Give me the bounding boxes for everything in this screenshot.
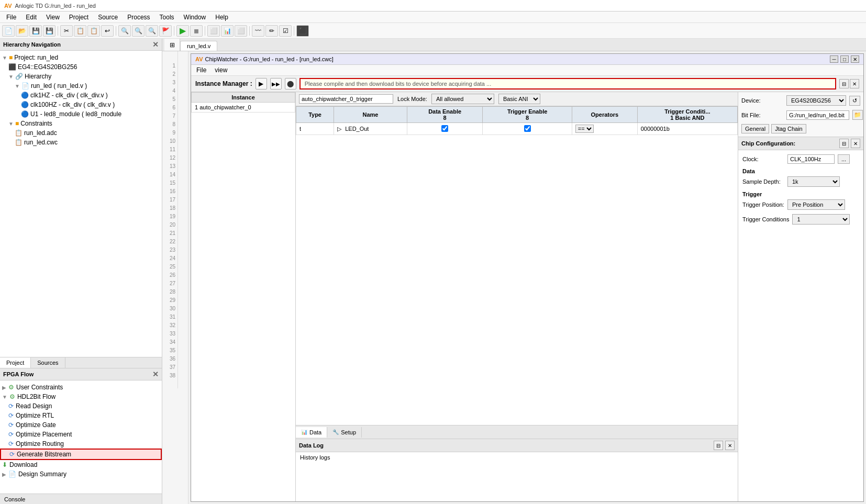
toolbar-search2[interactable]: 🔍 <box>132 25 145 37</box>
tree-constraints[interactable]: ▼ ■ Constraints <box>0 119 162 128</box>
fpga-download[interactable]: ⬇ Download <box>0 460 162 469</box>
tree-cwc[interactable]: 📋 run_led.cwc <box>0 138 162 147</box>
sig-expand-icon[interactable]: ▷ <box>337 126 341 132</box>
device-select[interactable]: EG4S20BG256 <box>786 95 846 106</box>
toolbar-sim2[interactable]: 📊 <box>221 25 234 37</box>
menu-tools[interactable]: Tools <box>156 13 179 22</box>
clock-browse-btn[interactable]: ... <box>838 154 850 164</box>
tab-project[interactable]: Project <box>0 357 31 368</box>
cw-maximize-btn[interactable]: □ <box>840 55 849 63</box>
fpga-optimize-rtl[interactable]: ⟳ Optimize RTL <box>0 411 162 420</box>
toolbar-check[interactable]: ☑ <box>279 25 292 37</box>
clock-input[interactable] <box>787 154 835 164</box>
tab-run-led-v[interactable]: run_led.v <box>180 41 217 51</box>
device-refresh-btn[interactable]: ↺ <box>849 96 860 106</box>
toolbar-sim3[interactable]: ⬜ <box>235 25 247 37</box>
im-close2-btn[interactable]: ✕ <box>850 79 859 88</box>
tree-adc[interactable]: 📋 run_led.adc <box>0 128 162 138</box>
fpga-read-design[interactable]: ⟳ Read Design <box>0 401 162 411</box>
toolbar-edit[interactable]: ✏ <box>265 25 278 37</box>
toolbar-save-all[interactable]: 💾 <box>43 25 55 37</box>
general-tab-btn[interactable]: General <box>741 124 769 133</box>
fpga-user-constraints[interactable]: ▶ ⚙ User Constraints <box>0 383 162 392</box>
toolbar-search3[interactable]: 🔍 <box>146 25 158 37</box>
menu-project[interactable]: Project <box>65 13 93 22</box>
toolbar-open[interactable]: 📂 <box>16 25 28 37</box>
im-play-btn[interactable]: ▶ <box>256 78 267 89</box>
im-play-play-btn[interactable]: ▶▶ <box>270 78 282 89</box>
im-restore-btn[interactable]: ⊟ <box>839 79 849 88</box>
cw-menu-view[interactable]: view <box>213 66 229 74</box>
toolbar-cut[interactable]: ✂ <box>60 25 73 37</box>
basic-and-select[interactable]: Basic ANI <box>498 94 540 104</box>
cc-close-btn[interactable]: ✕ <box>851 139 860 148</box>
sample-depth-select[interactable]: 1k <box>787 176 840 187</box>
tree-clk100hz[interactable]: 🔵 clk100HZ - clk_div ( clk_div.v ) <box>0 100 162 109</box>
instance-row-1[interactable]: 1 auto_chipwatcher_0 <box>192 103 295 113</box>
lock-mode-select[interactable]: All allowed <box>431 94 494 104</box>
menu-help[interactable]: Help <box>211 13 232 22</box>
fpga-optimize-placement[interactable]: ⟳ Optimize Placement <box>0 430 162 439</box>
cw-close-btn[interactable]: ✕ <box>851 55 859 63</box>
tree-project-root[interactable]: ▼ ■ Project: run_led <box>0 53 162 62</box>
hierarchy-nav-close[interactable]: ✕ <box>152 40 159 49</box>
im-stop-btn[interactable]: ⬤ <box>285 78 296 89</box>
fpga-hdl2bit[interactable]: ▼ ⚙ HDL2Bit Flow <box>0 392 162 401</box>
bitfile-browse-btn[interactable]: 📁 <box>852 110 863 120</box>
data-enable-checkbox[interactable] <box>441 125 448 132</box>
bitfile-input[interactable] <box>786 110 849 120</box>
trigger-position-select[interactable]: Pre Position <box>787 199 845 210</box>
cw-minimize-btn[interactable]: ─ <box>830 55 838 63</box>
menu-file[interactable]: File <box>2 13 20 22</box>
tree-u1[interactable]: 🔵 U1 - led8_module ( led8_module <box>0 109 162 119</box>
fpga-flow-close[interactable]: ✕ <box>152 370 159 378</box>
tab-data[interactable]: 📊 Data <box>296 427 327 438</box>
toolbar-copy[interactable]: 📋 <box>74 25 86 37</box>
toolbar-undo[interactable]: ↩ <box>101 25 114 37</box>
data-log-restore[interactable]: ⊟ <box>714 441 723 450</box>
menu-source[interactable]: Source <box>94 13 122 22</box>
fpga-generate-bitstream[interactable]: ⟳ Generate Bitstream <box>0 449 162 460</box>
toolbar-sim1[interactable]: ⬜ <box>207 25 220 37</box>
menu-edit[interactable]: Edit <box>21 13 41 22</box>
sig-trigger-cond-1[interactable]: 00000001b <box>637 123 737 135</box>
data-log-close[interactable]: ✕ <box>725 441 735 450</box>
toolbar-save[interactable]: 💾 <box>29 25 42 37</box>
data-log-controls: ⊟ ✕ <box>714 441 735 450</box>
fpga-optimize-gate[interactable]: ⟳ Optimize Gate <box>0 420 162 430</box>
trigger-enable-checkbox[interactable] <box>524 125 531 132</box>
fpga-optimize-routing[interactable]: ⟳ Optimize Routing <box>0 439 162 449</box>
tree-clk1hz[interactable]: 🔵 clk1HZ - clk_div ( clk_div.v ) <box>0 91 162 100</box>
toolbar-wave[interactable]: 〰 <box>252 25 264 37</box>
sidebar-toggle[interactable]: ⊞ <box>164 39 180 51</box>
toolbar-run[interactable]: ▶ <box>176 25 189 37</box>
tree-run-led[interactable]: ▼ 📄 run_led ( run_led.v ) <box>0 81 162 91</box>
cc-restore-btn[interactable]: ⊟ <box>839 139 849 148</box>
fpga-label-oroute: Optimize Routing <box>16 440 64 447</box>
sig-data-enable-1[interactable] <box>407 123 483 135</box>
menu-view[interactable]: View <box>42 13 64 22</box>
toolbar-paste[interactable]: 📋 <box>87 25 100 37</box>
tree-hierarchy[interactable]: ▼ 🔗 Hierarchy <box>0 72 162 81</box>
tab-setup[interactable]: 🔧 Setup <box>327 427 362 438</box>
trigger-conditions-row: Trigger Conditions 1 <box>742 214 859 225</box>
cw-menu-file[interactable]: File <box>194 66 208 74</box>
signal-row-1[interactable]: t ▷ LED_Out <box>296 123 738 135</box>
toolbar-flag[interactable]: 🚩 <box>159 25 172 37</box>
toolbar-program[interactable]: ⬛ <box>296 25 309 37</box>
operator-select[interactable]: == <box>575 125 594 133</box>
jtag-chain-tab-btn[interactable]: Jtag Chain <box>771 124 806 133</box>
menu-process[interactable]: Process <box>123 13 154 22</box>
sig-operator-1[interactable]: == <box>572 123 637 135</box>
sig-trigger-enable-1[interactable] <box>483 123 572 135</box>
trigger-conditions-select[interactable]: 1 <box>792 214 850 225</box>
trigger-position-label: Trigger Position: <box>742 201 784 208</box>
tree-chip[interactable]: ⬛ EG4::EG4S20BG256 <box>0 62 162 72</box>
menu-window[interactable]: Window <box>180 13 210 22</box>
toolbar-stop[interactable]: ◼ <box>190 25 203 37</box>
toolbar-new[interactable]: 📄 <box>2 25 15 37</box>
toolbar-search[interactable]: 🔍 <box>118 25 131 37</box>
tab-sources[interactable]: Sources <box>31 357 65 368</box>
fpga-design-summary[interactable]: ▶ 📄 Design Summary <box>0 469 162 479</box>
signal-name-input[interactable] <box>299 94 393 104</box>
